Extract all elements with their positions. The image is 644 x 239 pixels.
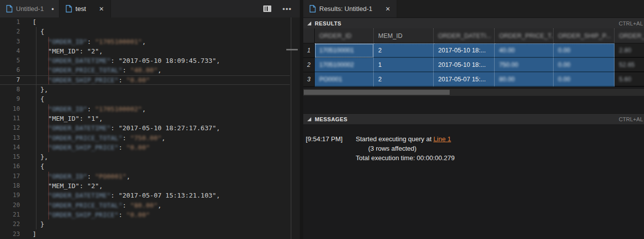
- close-icon[interactable]: ✕: [384, 5, 392, 13]
- editor-line[interactable]: 15 },: [0, 152, 300, 162]
- column-header-order-v[interactable]: ORDER_V: [615, 28, 644, 43]
- column-header-order-price-t-[interactable]: ORDER_PRICE_T...: [495, 28, 554, 43]
- grid-cell[interactable]: 1705100001: [315, 43, 374, 58]
- editor-line[interactable]: 9 {: [0, 94, 300, 104]
- grid-cell[interactable]: 0.00: [554, 43, 615, 58]
- editor-line[interactable]: 17 "ORDER_ID": "PO0001",: [0, 172, 300, 181]
- message-entry: (3 rows affected): [303, 144, 644, 153]
- grid-cell[interactable]: 2017-05-07 15:...: [434, 72, 495, 87]
- modified-dot-icon: ●: [51, 6, 54, 11]
- grid-cell[interactable]: 52.65: [615, 58, 644, 72]
- editor-line[interactable]: 10 "ORDER_ID": "1705100002",: [0, 104, 300, 114]
- row-number[interactable]: 3: [303, 72, 315, 87]
- line-code: "ORDER_PRICE_TOTAL": "80.00",: [20, 201, 161, 210]
- editor-line[interactable]: 21 "ORDER_SHIP_PRICE": "0.00": [0, 210, 300, 220]
- line-number: 4: [0, 46, 20, 56]
- grid-cell[interactable]: 2017-05-10 18:...: [434, 58, 495, 72]
- column-header-order-dateti-[interactable]: ORDER_DATETI...: [434, 28, 495, 43]
- scrollbar-thumb[interactable]: [304, 90, 450, 95]
- column-header-order-id[interactable]: ORDER_ID: [315, 28, 374, 43]
- grid-cell[interactable]: 2017-05-10 18:...: [434, 43, 495, 58]
- line-number: 15: [0, 152, 20, 162]
- editor-line[interactable]: 8 },: [0, 85, 300, 94]
- grid-cell[interactable]: 750.00: [495, 58, 554, 72]
- app-window: Untitled-1●test✕ ••• 1[2 {3 "ORDER_ID": …: [0, 0, 644, 239]
- tab-test[interactable]: test✕: [59, 0, 111, 17]
- editor-line[interactable]: 22 }: [0, 220, 300, 229]
- editor-line[interactable]: 5 "ORDER_DATETIME": "2017-05-10 18:09:45…: [0, 56, 300, 65]
- line-code: {: [20, 94, 44, 104]
- grid-cell[interactable]: 80.00: [495, 72, 554, 87]
- line-number: 19: [0, 191, 20, 200]
- more-actions-icon[interactable]: •••: [282, 4, 292, 13]
- line-code: },: [20, 85, 48, 94]
- grid-cell[interactable]: 2: [374, 43, 434, 58]
- message-text: Started executing query at Line 1: [356, 134, 451, 144]
- grid-cell[interactable]: 0.00: [554, 58, 615, 72]
- line-code: "ORDER_ID": "1705100001",: [20, 37, 146, 46]
- grid-corner-cell: [303, 28, 315, 43]
- editor-line[interactable]: 7 "ORDER_SHIP_PRICE": "0.00": [0, 75, 300, 85]
- editor-line[interactable]: 19 "ORDER_DATETIME": "2017-05-07 15:13:2…: [0, 191, 300, 200]
- file-icon: [65, 5, 72, 12]
- table-row: 2170510000212017-05-10 18:...750.000.005…: [303, 58, 644, 72]
- column-header-order-ship-p-[interactable]: ORDER_SHIP_P...: [554, 28, 615, 43]
- line-number: 11: [0, 114, 20, 123]
- split-editor-icon[interactable]: [263, 5, 271, 12]
- editor-line[interactable]: 2 {: [0, 27, 300, 36]
- code-editor[interactable]: 1[2 {3 "ORDER_ID": "1705100001",4 "MEM_I…: [0, 17, 300, 239]
- grid-cell[interactable]: PO0001: [315, 72, 374, 87]
- message-timestamp: [9:54:17 PM]: [303, 134, 356, 144]
- grid-cell[interactable]: 0.00: [554, 72, 615, 87]
- line-number: 8: [0, 85, 20, 94]
- editor-line[interactable]: 12 "ORDER_DATETIME": "2017-05-10 18:27:1…: [0, 123, 300, 133]
- line-code: {: [20, 27, 44, 36]
- row-number[interactable]: 1: [303, 43, 315, 58]
- editor-line[interactable]: 23]: [0, 230, 300, 239]
- tab-results-untitled-1[interactable]: Results: Untitled-1 ✕: [303, 0, 397, 17]
- line-number: 21: [0, 210, 20, 220]
- editor-line[interactable]: 3 "ORDER_ID": "1705100001",: [0, 37, 300, 46]
- editor-line[interactable]: 16 {: [0, 162, 300, 171]
- editor-line[interactable]: 18 "MEM_ID": "2",: [0, 181, 300, 191]
- file-icon: [309, 5, 316, 12]
- grid-cell[interactable]: 1705100002: [315, 58, 374, 72]
- row-number[interactable]: 2: [303, 58, 315, 72]
- results-tab-bar: Results: Untitled-1 ✕: [303, 0, 644, 17]
- editor-line[interactable]: 6 "ORDER_PRICE_TOTAL": "40.00",: [0, 65, 300, 75]
- column-header-mem-id[interactable]: MEM_ID: [374, 28, 434, 43]
- line-number: 16: [0, 162, 20, 171]
- grid-cell[interactable]: 2: [374, 72, 434, 87]
- collapse-twistie-icon[interactable]: [307, 117, 311, 121]
- tab-untitled-1[interactable]: Untitled-1●: [0, 0, 59, 17]
- editor-line[interactable]: 13 "ORDER_PRICE_TOTAL": "750.00",: [0, 133, 300, 143]
- file-icon: [6, 5, 12, 12]
- line-code: "ORDER_DATETIME": "2017-05-10 18:09:45.7…: [20, 56, 220, 65]
- line-number: 6: [0, 65, 20, 75]
- grid-cell[interactable]: 1: [374, 58, 434, 72]
- collapse-twistie-icon[interactable]: [307, 21, 311, 25]
- editor-line[interactable]: 11 "MEM_ID": "1",: [0, 114, 300, 123]
- line-code: "ORDER_PRICE_TOTAL": "750.00",: [20, 133, 165, 143]
- line-1-link[interactable]: Line 1: [433, 135, 451, 143]
- editor-group-sash[interactable]: [300, 0, 303, 239]
- results-section-header[interactable]: RESULTS CTRL+AL: [303, 17, 644, 28]
- line-code: "ORDER_DATETIME": "2017-05-10 18:27:17.6…: [20, 123, 220, 133]
- grid-horizontal-scrollbar[interactable]: [303, 89, 644, 96]
- grid-cell[interactable]: 2.80: [615, 43, 644, 58]
- table-row: 3PO000122017-05-07 15:...80.000.005.60: [303, 72, 644, 87]
- line-number: 22: [0, 220, 20, 229]
- line-number: 12: [0, 123, 20, 133]
- editor-line[interactable]: 1[: [0, 17, 300, 27]
- editor-line[interactable]: 20 "ORDER_PRICE_TOTAL": "80.00",: [0, 201, 300, 210]
- grid-cell[interactable]: 40.00: [495, 43, 554, 58]
- editor-line[interactable]: 14 "ORDER_SHIP_PRICE": "0.00": [0, 143, 300, 152]
- close-icon[interactable]: ✕: [97, 5, 105, 13]
- line-code: "ORDER_PRICE_TOTAL": "40.00",: [20, 65, 161, 75]
- editor-line[interactable]: 4 "MEM_ID": "2",: [0, 46, 300, 56]
- messages-section-header[interactable]: MESSAGES CTRL+AL: [303, 113, 644, 124]
- line-number: 1: [0, 17, 20, 27]
- results-title: RESULTS: [315, 20, 341, 26]
- grid-cell[interactable]: 5.60: [615, 72, 644, 87]
- editor-tab-actions: •••: [263, 0, 300, 17]
